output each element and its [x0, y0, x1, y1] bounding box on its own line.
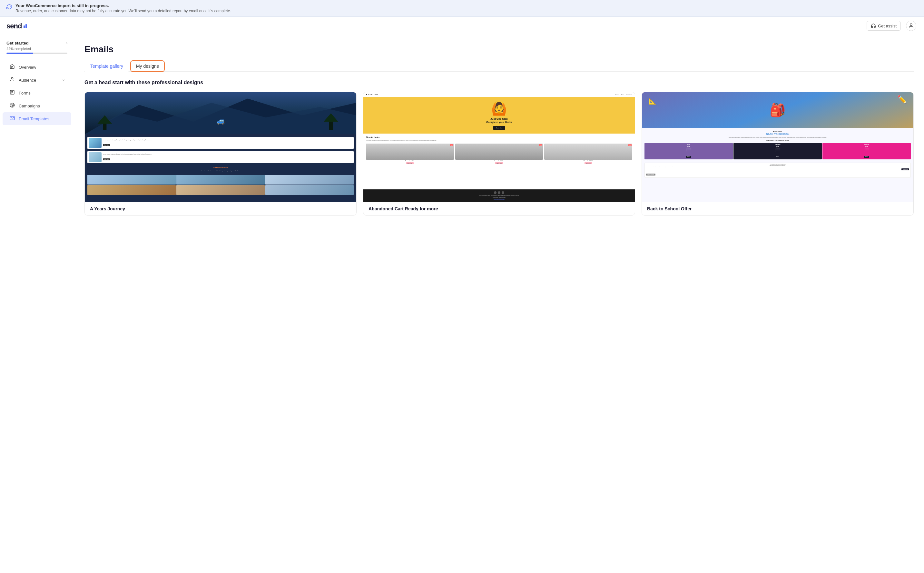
forms-icon [9, 90, 16, 96]
get-started-section[interactable]: Get started › 44% completed [0, 37, 74, 58]
sync-icon [6, 4, 12, 11]
progress-bar-bg [6, 53, 67, 54]
template-card-journey[interactable]: 🚙 Lorem ipsum is simply dummy text of th… [84, 92, 357, 216]
banner-secondary-text: Revenue, order, and customer data may no… [16, 9, 231, 13]
sidebar-forms-label: Forms [19, 91, 65, 96]
svg-point-7 [12, 105, 13, 106]
template-name-school: Back to School Offer [642, 202, 913, 215]
template-card-school[interactable]: 🎒 ✏️ 📐 ■ YOUR LOGO BACK TO SCHOOL Lorem … [641, 92, 914, 216]
banner-primary-text: Your WooCommerce import is still in prog… [16, 3, 231, 8]
sidebar-item-campaigns[interactable]: Campaigns [3, 99, 71, 112]
get-assist-button[interactable]: Get assist [866, 21, 901, 31]
svg-marker-12 [97, 116, 112, 124]
section-subtitle: Get a head start with these professional… [84, 80, 914, 86]
sidebar-nav: Overview Audience ∨ Forms Campaigns [0, 61, 74, 125]
completion-text: 44% completed [6, 47, 67, 51]
tab-my-designs[interactable]: My designs [130, 60, 165, 72]
headphone-icon [871, 23, 876, 28]
email-icon [9, 116, 16, 122]
svg-point-0 [11, 77, 13, 79]
app-layout: send Get started › 44% completed Overvie… [0, 17, 924, 573]
tabs-row: Template gallery My designs [84, 60, 914, 72]
template-preview-cart: ■ YOUR LOGO Women Men Promotions 🙆 [363, 92, 635, 202]
main-area: Get assist Emails Template gallery My de… [74, 17, 924, 573]
svg-point-8 [910, 23, 912, 25]
campaigns-icon [9, 103, 16, 109]
get-assist-label: Get assist [878, 23, 897, 28]
templates-grid: 🚙 Lorem ipsum is simply dummy text of th… [84, 92, 914, 216]
progress-bar-fill [6, 53, 33, 54]
template-preview-school: 🎒 ✏️ 📐 ■ YOUR LOGO BACK TO SCHOOL Lorem … [642, 92, 913, 202]
sidebar-overview-label: Overview [19, 65, 65, 70]
import-banner: Your WooCommerce import is still in prog… [0, 0, 924, 17]
user-avatar-button[interactable] [906, 20, 916, 31]
get-started-chevron-icon: › [66, 41, 67, 45]
sidebar-campaigns-label: Campaigns [19, 103, 65, 108]
topbar: Get assist [74, 17, 924, 35]
sidebar-audience-label: Audience [19, 78, 59, 83]
get-started-label: Get started [6, 41, 29, 45]
sidebar-email-templates-label: Email Templates [19, 116, 65, 121]
sidebar: send Get started › 44% completed Overvie… [0, 17, 74, 573]
content-area: Emails Template gallery My designs Get a… [74, 35, 924, 573]
sidebar-item-overview[interactable]: Overview [3, 61, 71, 74]
sidebar-item-forms[interactable]: Forms [3, 86, 71, 99]
home-icon [9, 64, 16, 70]
audience-chevron-icon: ∨ [62, 78, 65, 82]
page-title: Emails [84, 44, 914, 55]
svg-point-6 [11, 104, 14, 106]
template-name-cart: Abandoned Cart Ready for more [363, 202, 635, 215]
sidebar-item-email-templates[interactable]: Email Templates [3, 112, 71, 125]
tab-template-gallery[interactable]: Template gallery [84, 60, 129, 72]
template-preview-journey: 🚙 Lorem ipsum is simply dummy text of th… [85, 92, 356, 202]
template-card-cart[interactable]: ■ YOUR LOGO Women Men Promotions 🙆 [363, 92, 635, 216]
logo-text: send [6, 22, 22, 30]
sidebar-item-audience[interactable]: Audience ∨ [3, 74, 71, 86]
app-logo: send [0, 22, 74, 37]
banner-content: Your WooCommerce import is still in prog… [16, 3, 231, 13]
audience-icon [9, 77, 16, 83]
template-name-journey: A Years Journey [85, 202, 356, 215]
logo-bars [23, 24, 27, 28]
user-icon [908, 23, 914, 29]
get-started-header: Get started › [6, 41, 67, 45]
